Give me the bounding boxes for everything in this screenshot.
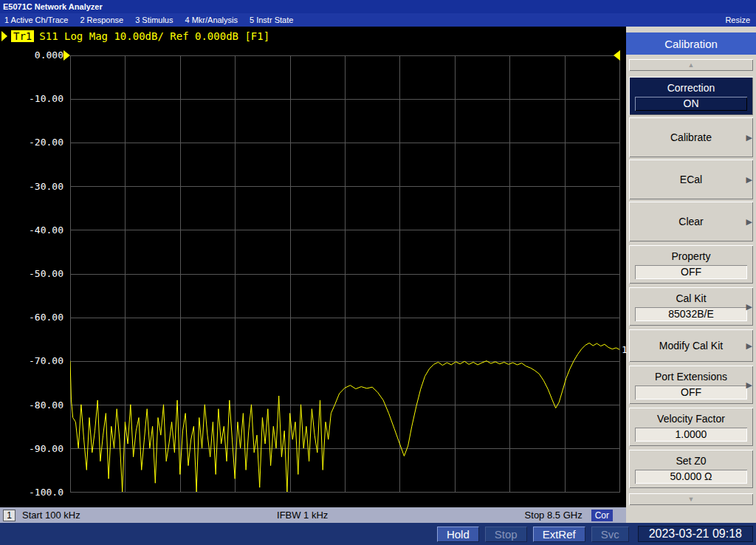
property-state-value: OFF — [635, 265, 747, 279]
graticule — [70, 55, 620, 493]
softkey-calibrate[interactable]: Calibrate ▶ — [629, 117, 753, 157]
softkey-correction[interactable]: Correction ON — [629, 77, 753, 115]
reference-level-marker-left-icon — [63, 50, 70, 61]
set-z0-value: 50.000 Ω — [635, 470, 747, 484]
y-axis-tick-label: 0.000 — [0, 49, 63, 61]
submenu-arrow-icon: ▶ — [746, 380, 752, 390]
extref-indicator: ExtRef — [533, 527, 585, 542]
channel-number-badge: 1 — [3, 510, 16, 521]
active-trace-icon — [1, 31, 7, 41]
menu-item[interactable]: 2 Response — [80, 16, 123, 24]
reference-level-marker-right-icon — [614, 50, 620, 61]
trace-label: Tr1 — [11, 30, 34, 42]
svc-indicator: Svc — [591, 527, 629, 542]
y-axis-tick-label: -50.00 — [0, 268, 63, 280]
submenu-arrow-icon: ▶ — [746, 175, 752, 185]
trace-plot — [70, 55, 620, 493]
y-axis-tick-label: -40.00 — [0, 224, 63, 236]
velocity-factor-value: 1.0000 — [635, 428, 747, 442]
y-axis-tick-label: -90.00 — [0, 443, 63, 455]
y-axis-tick-label: -20.00 — [0, 137, 63, 148]
softkey-clear[interactable]: Clear ▶ — [629, 202, 753, 241]
system-status-bar: Hold Stop ExtRef Svc 2023-03-21 09:18 — [0, 523, 756, 545]
softkey-scroll-down[interactable]: ▼ — [629, 493, 753, 505]
menu-item[interactable]: 5 Instr State — [250, 16, 293, 24]
chevron-down-icon: ▼ — [688, 496, 695, 503]
softkey-menu: Calibration ▲ Correction ON Calibrate ▶ … — [626, 27, 756, 523]
y-axis-tick-label: -80.00 — [0, 400, 63, 411]
main-region: Tr1 S11 Log Mag 10.00dB/ Ref 0.000dB [F1… — [0, 27, 756, 523]
softkey-scroll-up[interactable]: ▲ — [629, 59, 753, 71]
trace-format-text: S11 Log Mag 10.00dB/ Ref 0.000dB [F1] — [39, 30, 269, 42]
clock: 2023-03-21 09:18 — [638, 526, 753, 542]
submenu-arrow-icon: ▶ — [746, 217, 752, 227]
correction-status-badge: Cor — [591, 510, 613, 521]
submenu-arrow-icon: ▶ — [746, 341, 752, 351]
softkey-set-z0[interactable]: Set Z0 50.000 Ω — [629, 450, 753, 488]
menu-items: 1 Active Ch/Trace2 Response3 Stimulus4 M… — [4, 16, 293, 24]
plot-area: Tr1 S11 Log Mag 10.00dB/ Ref 0.000dB [F1… — [0, 27, 626, 523]
channel-status-bar: 1 Start 100 kHz IFBW 1 kHz Stop 8.5 GHz … — [0, 507, 626, 523]
chevron-up-icon: ▲ — [688, 61, 695, 69]
softkey-menu-title: Calibration — [626, 32, 756, 55]
resize-button[interactable]: Resize — [725, 16, 750, 24]
softkey-cal-kit[interactable]: Cal Kit 85032B/E ▶ — [629, 287, 753, 326]
y-axis-tick-label: -70.00 — [0, 355, 63, 367]
start-frequency-label: Start 100 kHz — [22, 510, 80, 521]
softkey-port-extensions[interactable]: Port Extensions OFF ▶ — [629, 366, 753, 404]
menu-item[interactable]: 1 Active Ch/Trace — [4, 16, 68, 24]
softkey-modify-cal-kit[interactable]: Modify Cal Kit ▶ — [629, 329, 753, 362]
submenu-arrow-icon: ▶ — [746, 133, 752, 143]
submenu-arrow-icon: ▶ — [746, 302, 752, 312]
menu-item[interactable]: 3 Stimulus — [135, 16, 173, 24]
softkey-velocity-factor[interactable]: Velocity Factor 1.0000 — [629, 408, 753, 446]
stop-frequency-label: Stop 8.5 GHz — [525, 510, 583, 521]
port-extensions-state-value: OFF — [635, 385, 747, 400]
window-title: E5071C Network Analyzer — [3, 2, 103, 11]
softkey-ecal[interactable]: ECal ▶ — [629, 160, 753, 199]
y-axis-tick-label: -60.00 — [0, 312, 63, 323]
hold-button[interactable]: Hold — [437, 527, 479, 542]
menu-bar: 1 Active Ch/Trace2 Response3 Stimulus4 M… — [0, 13, 756, 27]
menu-item[interactable]: 4 Mkr/Analysis — [185, 16, 238, 24]
y-axis-tick-label: -100.0 — [0, 487, 63, 498]
stop-button[interactable]: Stop — [485, 527, 527, 542]
softkey-property[interactable]: Property OFF — [629, 245, 753, 284]
correction-state-value: ON — [635, 97, 747, 111]
window-titlebar: E5071C Network Analyzer — [0, 0, 756, 13]
trace-header: Tr1 S11 Log Mag 10.00dB/ Ref 0.000dB [F1… — [1, 30, 269, 42]
y-axis-tick-label: -30.00 — [0, 181, 63, 193]
y-axis-tick-label: -10.00 — [0, 93, 63, 105]
cal-kit-value: 85032B/E — [635, 307, 747, 321]
ifbw-label: IFBW 1 kHz — [80, 510, 525, 521]
trace-number-label: 1 — [622, 344, 628, 355]
